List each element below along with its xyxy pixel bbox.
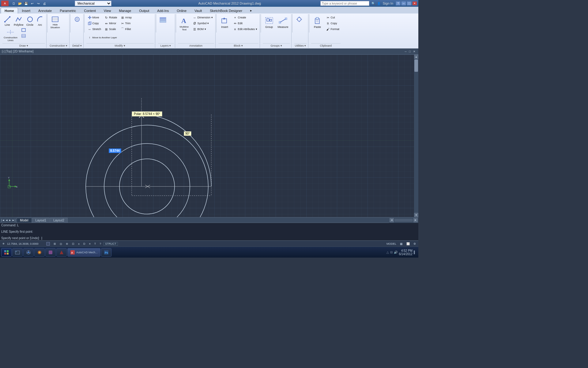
- taskbar-chrome[interactable]: [23, 248, 34, 257]
- tab-addins[interactable]: Add-Ins: [153, 8, 173, 13]
- detail-btn[interactable]: [72, 15, 82, 24]
- clipboard-group-label[interactable]: Clipboard: [311, 43, 341, 47]
- draw-group-label[interactable]: Draw ▾: [2, 43, 45, 47]
- polar-mode[interactable]: ◎: [58, 242, 63, 246]
- groups-group-label[interactable]: Groups ▾: [263, 43, 290, 47]
- dimension-button[interactable]: ↔ Dimension ▾: [191, 15, 214, 20]
- tab-layout2[interactable]: Layout2: [50, 218, 68, 223]
- layers-group-label[interactable]: Layers ▾: [158, 43, 174, 47]
- tspace-mode[interactable]: T: [93, 242, 97, 246]
- circle-button[interactable]: Circle: [25, 15, 35, 27]
- construction-lines-button[interactable]: ConstructionLines: [2, 28, 19, 43]
- mirror-button[interactable]: ⇔ Mirror: [103, 21, 119, 26]
- tab-output[interactable]: Output: [135, 8, 153, 13]
- vertical-scrollbar[interactable]: ▲ ▼: [414, 55, 418, 217]
- show-desktop[interactable]: ▌: [414, 251, 416, 254]
- draw-close[interactable]: ✕: [412, 50, 417, 53]
- restore-button[interactable]: □: [407, 1, 412, 6]
- array-button[interactable]: ⊞ Array: [119, 15, 133, 20]
- hatch-button[interactable]: [19, 33, 28, 39]
- ortho-mode[interactable]: ⊞: [52, 242, 57, 246]
- help-button[interactable]: ?: [396, 1, 401, 6]
- model-toggle[interactable]: MODEL: [385, 242, 398, 246]
- taskbar-photoshop[interactable]: Ps: [101, 248, 111, 257]
- taskbar-firefox[interactable]: [34, 248, 45, 257]
- utilities-btn[interactable]: [294, 15, 304, 24]
- close-button[interactable]: ✕: [412, 1, 417, 6]
- group-button[interactable]: Group: [263, 15, 276, 29]
- start-button[interactable]: [1, 248, 12, 257]
- minimize-button[interactable]: ─: [401, 1, 406, 6]
- clipboard-copy-button[interactable]: ⎘ Copy: [325, 21, 341, 26]
- osnap-mode[interactable]: ⊛: [65, 242, 70, 246]
- rect-button[interactable]: [19, 28, 28, 33]
- lweight-mode[interactable]: ≡: [88, 242, 92, 246]
- format-painter-button[interactable]: 🖌 Format: [325, 26, 341, 32]
- signin-label[interactable]: Sign In: [383, 2, 393, 5]
- qa-redo[interactable]: ↪: [36, 1, 41, 6]
- tab-next[interactable]: ►: [9, 219, 11, 222]
- otrack-mode[interactable]: ⊡: [71, 242, 76, 246]
- copy-button[interactable]: Copy: [86, 21, 103, 26]
- symbol-button[interactable]: Ø Symbol ▾: [191, 21, 214, 26]
- tab-parametric[interactable]: Parametric: [56, 8, 80, 13]
- create-button[interactable]: + Create: [232, 15, 258, 20]
- qa-print[interactable]: 🖨: [42, 1, 47, 6]
- trim-button[interactable]: ✂ Trim: [119, 21, 133, 26]
- tab-manage[interactable]: Manage: [115, 8, 135, 13]
- detail-group-label[interactable]: Detail ▾: [72, 43, 82, 47]
- polyline-button[interactable]: Polyline: [13, 15, 25, 27]
- tab-online[interactable]: Online: [173, 8, 190, 13]
- workspace-selector[interactable]: Mechanical: [75, 1, 111, 6]
- drawing-canvas[interactable]: Polar: 8.5744 < 90° 90° 8.5744 X Y ▲ ▼: [0, 55, 418, 217]
- tab-vault[interactable]: Vault: [190, 8, 206, 13]
- taskbar-explorer[interactable]: [12, 248, 23, 257]
- utilities-group-label[interactable]: Utilities ▾: [294, 43, 307, 47]
- scroll-bar-h[interactable]: [394, 219, 413, 222]
- hide-situation-button[interactable]: HideSituation: [49, 15, 61, 30]
- paste-button[interactable]: Paste: [311, 15, 324, 29]
- draw-minimize[interactable]: ─: [404, 50, 407, 53]
- move-button[interactable]: Move: [86, 15, 103, 20]
- tab-home[interactable]: Home: [1, 8, 18, 13]
- qa-save[interactable]: 💾: [23, 1, 29, 6]
- view-cube[interactable]: ⬜: [405, 242, 411, 246]
- tab-more[interactable]: ▸: [246, 7, 256, 13]
- tab-first[interactable]: |◄: [1, 219, 5, 222]
- insert-button[interactable]: Insert: [218, 15, 231, 29]
- stretch-button[interactable]: ↔ Stretch: [86, 26, 103, 32]
- clock[interactable]: 4:52 PM 6/14/2012: [399, 249, 413, 256]
- edit-button[interactable]: ✏ Edit: [232, 21, 258, 26]
- bom-button[interactable]: ☰ BOM ▾: [191, 26, 214, 32]
- qa-open[interactable]: 📂: [17, 1, 23, 6]
- construction-group-label[interactable]: Construction ▾: [49, 43, 68, 47]
- settings-btn[interactable]: ⚙: [412, 242, 417, 246]
- tab-model[interactable]: Model: [17, 218, 32, 223]
- line-button[interactable]: Line: [2, 15, 12, 27]
- scroll-down[interactable]: ▼: [414, 213, 418, 217]
- scroll-right[interactable]: ►: [413, 218, 418, 222]
- rotate-button[interactable]: ↻ Rotate: [103, 15, 119, 20]
- cut-button[interactable]: ✂ Cut: [325, 15, 341, 20]
- scale-button[interactable]: ⊞ Scale: [103, 26, 119, 32]
- draw-restore[interactable]: □: [408, 50, 412, 53]
- tab-insert[interactable]: Insert: [18, 8, 35, 13]
- tray-net-icon[interactable]: ⊟: [390, 251, 393, 254]
- qp-mode[interactable]: ?: [98, 242, 102, 246]
- search-input[interactable]: [320, 1, 369, 6]
- measure-button[interactable]: Measure: [276, 15, 290, 29]
- scroll-thumb-v[interactable]: [414, 59, 418, 72]
- edit-attributes-button[interactable]: ≡ Edit Attributes ▾: [232, 26, 258, 32]
- search-button[interactable]: 🔍: [371, 1, 376, 6]
- tab-content[interactable]: Content: [80, 8, 100, 13]
- taskbar-app4[interactable]: [45, 248, 56, 257]
- tab-layout1[interactable]: Layout1: [32, 218, 50, 223]
- tab-annotate[interactable]: Annotate: [34, 8, 56, 13]
- grid-toggle[interactable]: ▦: [399, 242, 404, 246]
- snap-mode[interactable]: [45, 241, 51, 246]
- tab-view[interactable]: View: [100, 8, 115, 13]
- multiline-text-button[interactable]: A MultilineText: [178, 15, 191, 32]
- tab-sketchbook[interactable]: SketchBook Designer: [206, 8, 246, 13]
- tray-icon1[interactable]: △: [386, 251, 389, 254]
- taskbar-app5[interactable]: [56, 248, 67, 257]
